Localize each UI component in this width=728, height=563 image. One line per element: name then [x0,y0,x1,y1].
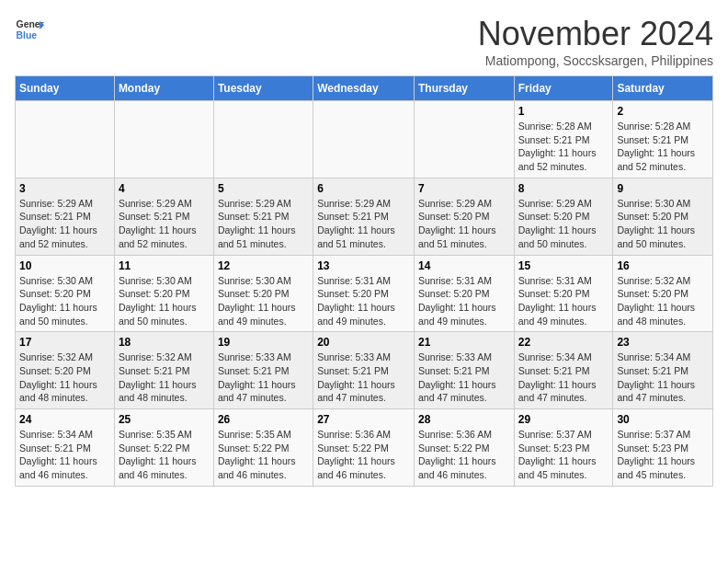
week-row-3: 17Sunrise: 5:32 AM Sunset: 5:20 PM Dayli… [16,332,713,409]
calendar-cell [16,101,115,178]
weekday-header-monday: Monday [114,76,213,101]
calendar-cell: 10Sunrise: 5:30 AM Sunset: 5:20 PM Dayli… [16,255,115,332]
day-number: 7 [418,182,510,195]
week-row-1: 3Sunrise: 5:29 AM Sunset: 5:21 PM Daylig… [16,178,713,255]
day-info: Sunrise: 5:36 AM Sunset: 5:22 PM Dayligh… [418,428,510,482]
day-info: Sunrise: 5:37 AM Sunset: 5:23 PM Dayligh… [518,428,609,482]
weekday-header-tuesday: Tuesday [213,76,313,101]
day-number: 18 [119,336,210,349]
day-number: 4 [119,182,210,195]
day-number: 19 [218,336,309,349]
calendar-cell: 28Sunrise: 5:36 AM Sunset: 5:22 PM Dayli… [414,409,514,487]
day-number: 20 [317,336,410,349]
title-block: November 2024 Matiompong, Soccsksargen, … [478,15,713,68]
day-info: Sunrise: 5:28 AM Sunset: 5:21 PM Dayligh… [617,120,709,174]
svg-text:Blue: Blue [17,30,38,40]
calendar-cell [414,101,514,178]
calendar-cell: 30Sunrise: 5:37 AM Sunset: 5:23 PM Dayli… [613,409,713,487]
day-number: 17 [19,336,110,349]
day-info: Sunrise: 5:33 AM Sunset: 5:21 PM Dayligh… [218,350,309,405]
day-info: Sunrise: 5:29 AM Sunset: 5:21 PM Dayligh… [119,197,210,251]
month-title: November 2024 [478,15,713,53]
day-info: Sunrise: 5:32 AM Sunset: 5:20 PM Dayligh… [617,274,709,328]
day-info: Sunrise: 5:32 AM Sunset: 5:20 PM Dayligh… [19,350,110,405]
day-number: 23 [617,336,709,349]
calendar-cell: 26Sunrise: 5:35 AM Sunset: 5:22 PM Dayli… [213,409,313,487]
day-info: Sunrise: 5:31 AM Sunset: 5:20 PM Dayligh… [418,274,510,328]
day-number: 6 [317,182,410,195]
day-number: 9 [617,182,709,195]
day-info: Sunrise: 5:29 AM Sunset: 5:21 PM Dayligh… [317,197,410,251]
calendar-cell [114,101,213,178]
calendar-cell: 24Sunrise: 5:34 AM Sunset: 5:21 PM Dayli… [16,409,115,487]
day-number: 2 [617,105,709,118]
calendar-cell: 9Sunrise: 5:30 AM Sunset: 5:20 PM Daylig… [613,178,713,255]
calendar-cell: 16Sunrise: 5:32 AM Sunset: 5:20 PM Dayli… [613,255,713,332]
week-row-0: 1Sunrise: 5:28 AM Sunset: 5:21 PM Daylig… [16,101,713,178]
day-number: 21 [418,336,510,349]
logo-icon: General Blue [15,15,44,44]
day-info: Sunrise: 5:29 AM Sunset: 5:21 PM Dayligh… [19,197,110,251]
day-number: 10 [19,259,110,272]
day-number: 5 [218,182,309,195]
day-number: 3 [19,182,110,195]
calendar-cell [313,101,415,178]
day-number: 27 [317,413,410,426]
day-number: 1 [518,105,609,118]
day-info: Sunrise: 5:32 AM Sunset: 5:21 PM Dayligh… [119,350,210,405]
day-info: Sunrise: 5:36 AM Sunset: 5:22 PM Dayligh… [317,428,410,482]
day-info: Sunrise: 5:35 AM Sunset: 5:22 PM Dayligh… [119,428,210,482]
day-info: Sunrise: 5:33 AM Sunset: 5:21 PM Dayligh… [317,350,410,405]
day-info: Sunrise: 5:34 AM Sunset: 5:21 PM Dayligh… [617,350,709,405]
calendar-cell: 25Sunrise: 5:35 AM Sunset: 5:22 PM Dayli… [114,409,213,487]
day-info: Sunrise: 5:30 AM Sunset: 5:20 PM Dayligh… [119,274,210,328]
day-info: Sunrise: 5:30 AM Sunset: 5:20 PM Dayligh… [617,197,709,251]
calendar-cell: 12Sunrise: 5:30 AM Sunset: 5:20 PM Dayli… [213,255,313,332]
calendar-body: 1Sunrise: 5:28 AM Sunset: 5:21 PM Daylig… [16,101,713,487]
day-number: 29 [518,413,609,426]
calendar-cell: 23Sunrise: 5:34 AM Sunset: 5:21 PM Dayli… [613,332,713,409]
day-number: 30 [617,413,709,426]
calendar-table: SundayMondayTuesdayWednesdayThursdayFrid… [15,75,713,487]
page-header: General Blue November 2024 Matiompong, S… [15,15,713,68]
calendar-cell: 5Sunrise: 5:29 AM Sunset: 5:21 PM Daylig… [213,178,313,255]
calendar-cell: 27Sunrise: 5:36 AM Sunset: 5:22 PM Dayli… [313,409,415,487]
calendar-cell [213,101,313,178]
calendar-cell: 20Sunrise: 5:33 AM Sunset: 5:21 PM Dayli… [313,332,415,409]
calendar-cell: 2Sunrise: 5:28 AM Sunset: 5:21 PM Daylig… [613,101,713,178]
calendar-cell: 13Sunrise: 5:31 AM Sunset: 5:20 PM Dayli… [313,255,415,332]
day-info: Sunrise: 5:31 AM Sunset: 5:20 PM Dayligh… [518,274,609,328]
calendar-cell: 21Sunrise: 5:33 AM Sunset: 5:21 PM Dayli… [414,332,514,409]
day-info: Sunrise: 5:30 AM Sunset: 5:20 PM Dayligh… [19,274,110,328]
day-info: Sunrise: 5:35 AM Sunset: 5:22 PM Dayligh… [218,428,309,482]
calendar-cell: 15Sunrise: 5:31 AM Sunset: 5:20 PM Dayli… [514,255,613,332]
day-info: Sunrise: 5:33 AM Sunset: 5:21 PM Dayligh… [418,350,510,405]
calendar-cell: 3Sunrise: 5:29 AM Sunset: 5:21 PM Daylig… [16,178,115,255]
location-title: Matiompong, Soccsksargen, Philippines [478,53,713,68]
day-number: 22 [518,336,609,349]
day-number: 8 [518,182,609,195]
day-number: 16 [617,259,709,272]
weekday-header-sunday: Sunday [16,76,115,101]
day-number: 15 [518,259,609,272]
day-info: Sunrise: 5:34 AM Sunset: 5:21 PM Dayligh… [518,350,609,405]
day-info: Sunrise: 5:29 AM Sunset: 5:21 PM Dayligh… [218,197,309,251]
calendar-cell: 1Sunrise: 5:28 AM Sunset: 5:21 PM Daylig… [514,101,613,178]
calendar-cell: 4Sunrise: 5:29 AM Sunset: 5:21 PM Daylig… [114,178,213,255]
weekday-header-row: SundayMondayTuesdayWednesdayThursdayFrid… [16,76,713,101]
week-row-4: 24Sunrise: 5:34 AM Sunset: 5:21 PM Dayli… [16,409,713,487]
weekday-header-saturday: Saturday [613,76,713,101]
calendar-cell: 6Sunrise: 5:29 AM Sunset: 5:21 PM Daylig… [313,178,415,255]
calendar-cell: 18Sunrise: 5:32 AM Sunset: 5:21 PM Dayli… [114,332,213,409]
day-number: 24 [19,413,110,426]
day-number: 11 [119,259,210,272]
day-info: Sunrise: 5:37 AM Sunset: 5:23 PM Dayligh… [617,428,709,482]
day-info: Sunrise: 5:28 AM Sunset: 5:21 PM Dayligh… [518,120,609,174]
calendar-cell: 14Sunrise: 5:31 AM Sunset: 5:20 PM Dayli… [414,255,514,332]
calendar-cell: 8Sunrise: 5:29 AM Sunset: 5:20 PM Daylig… [514,178,613,255]
weekday-header-wednesday: Wednesday [313,76,415,101]
day-number: 14 [418,259,510,272]
logo: General Blue [15,15,44,44]
calendar-cell: 11Sunrise: 5:30 AM Sunset: 5:20 PM Dayli… [114,255,213,332]
day-number: 13 [317,259,410,272]
